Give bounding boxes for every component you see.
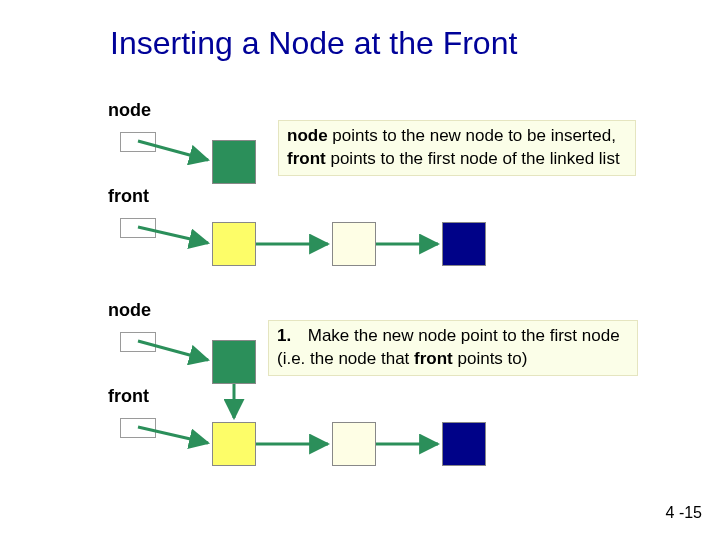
callout-2-tail: points to) — [453, 349, 528, 368]
pointer-box-front-1 — [120, 218, 156, 238]
label-front-1: front — [108, 186, 149, 207]
pointer-box-front-2 — [120, 418, 156, 438]
new-node-2 — [212, 340, 256, 384]
pointer-box-node-1 — [120, 132, 156, 152]
callout-2: 1. Make the new node point to the first … — [268, 320, 638, 376]
callout-1-t2: points to the first node of the linked l… — [326, 149, 620, 168]
callout-2-num: 1. — [277, 325, 303, 348]
callout-1-kw2: front — [287, 149, 326, 168]
list-node-1b — [332, 222, 376, 266]
list-node-2b — [332, 422, 376, 466]
label-node-1: node — [108, 100, 151, 121]
page-number: 4 -15 — [666, 504, 702, 522]
label-node-2: node — [108, 300, 151, 321]
list-node-1a — [212, 222, 256, 266]
page-title: Inserting a Node at the Front — [110, 25, 517, 62]
label-front-2: front — [108, 386, 149, 407]
callout-1-kw1: node — [287, 126, 328, 145]
callout-1: node points to the new node to be insert… — [278, 120, 636, 176]
callout-1-t1: points to the new node to be inserted, — [328, 126, 616, 145]
pointer-box-node-2 — [120, 332, 156, 352]
list-node-2c — [442, 422, 486, 466]
callout-2-kw: front — [414, 349, 453, 368]
list-node-2a — [212, 422, 256, 466]
new-node-1 — [212, 140, 256, 184]
list-node-1c — [442, 222, 486, 266]
